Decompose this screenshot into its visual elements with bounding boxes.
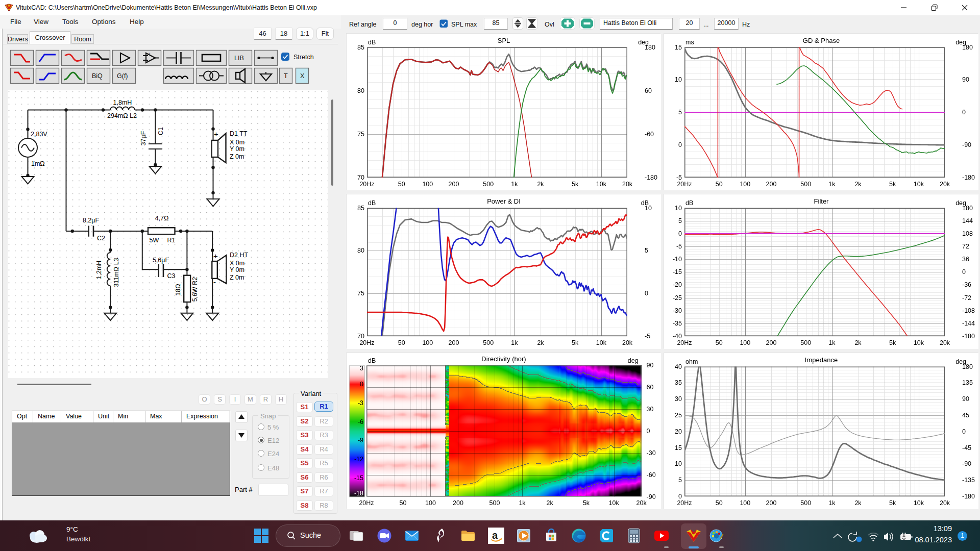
svg-text:5W: 5W xyxy=(150,237,159,244)
svg-text:X 0m: X 0m xyxy=(230,260,244,267)
svg-text:4,7Ω: 4,7Ω xyxy=(155,215,169,222)
svg-text:2,83V: 2,83V xyxy=(31,131,47,138)
svg-text:T: T xyxy=(284,72,288,80)
svg-text:37µF: 37µF xyxy=(140,131,147,145)
svg-text:D2 HT: D2 HT xyxy=(230,252,248,259)
svg-text:311mΩ L3: 311mΩ L3 xyxy=(113,258,120,287)
svg-text:a: a xyxy=(492,530,498,541)
svg-text:8,2µF: 8,2µF xyxy=(83,217,100,224)
svg-text:Y 0m: Y 0m xyxy=(230,145,244,153)
svg-text:1,8mH: 1,8mH xyxy=(113,99,132,106)
svg-text:5,6µF: 5,6µF xyxy=(153,257,169,264)
svg-text:1,2mH: 1,2mH xyxy=(95,261,103,280)
svg-text:X: X xyxy=(300,72,305,80)
svg-text:LIB: LIB xyxy=(234,55,244,62)
svg-text:294mΩ L2: 294mΩ L2 xyxy=(107,112,137,119)
svg-text:R1: R1 xyxy=(167,237,176,244)
svg-text:+: + xyxy=(214,130,218,138)
svg-text:Y 0m: Y 0m xyxy=(230,266,244,273)
svg-text:+: + xyxy=(213,252,218,260)
svg-text:+: + xyxy=(148,52,151,56)
svg-text:18Ω: 18Ω xyxy=(175,284,182,295)
svg-text:C3: C3 xyxy=(167,272,176,280)
svg-text:Z 0m: Z 0m xyxy=(230,274,244,281)
svg-text:-: - xyxy=(213,278,216,286)
svg-text:1mΩ: 1mΩ xyxy=(31,160,45,167)
svg-text:C2: C2 xyxy=(97,235,105,242)
svg-text:5,6W R2: 5,6W R2 xyxy=(191,277,199,302)
svg-text:G(f): G(f) xyxy=(117,72,128,80)
svg-text:BiQ: BiQ xyxy=(92,72,103,80)
svg-text:Stretch: Stretch xyxy=(293,54,314,61)
svg-text:-: - xyxy=(214,156,216,165)
svg-text:X 0m: X 0m xyxy=(230,139,244,146)
svg-text:Z 0m: Z 0m xyxy=(230,153,244,160)
svg-text:C1: C1 xyxy=(157,127,164,135)
svg-text:D1 TT: D1 TT xyxy=(230,130,248,137)
